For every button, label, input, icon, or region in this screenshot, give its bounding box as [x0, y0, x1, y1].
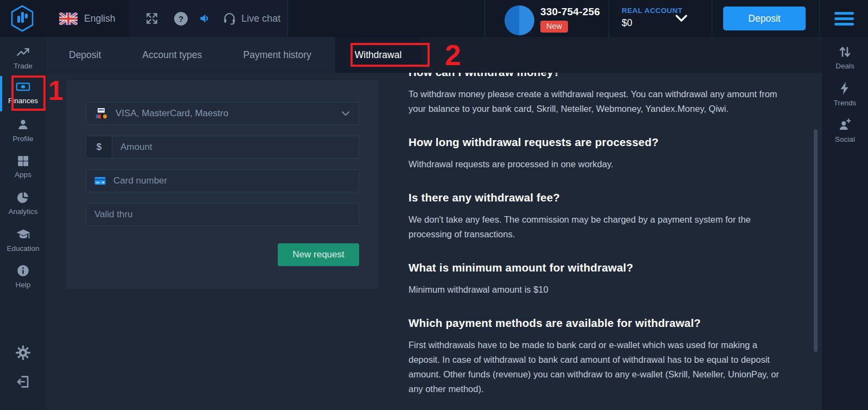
sidebar-item-social[interactable]: Social [822, 117, 868, 143]
sidebar-item-label: Help [0, 281, 46, 289]
new-request-button[interactable]: New request [278, 243, 359, 266]
language-label: English [84, 13, 115, 24]
sidebar-item-help[interactable]: Help [0, 263, 46, 289]
tab-account-types[interactable]: Account types [142, 37, 202, 73]
language-selector[interactable]: English [59, 0, 115, 37]
faq-section: How long withdrawal requests are process… [409, 136, 780, 172]
lightning-icon [822, 80, 868, 96]
withdrawal-faq: How can I withdraw money? To withdraw mo… [409, 73, 780, 396]
deposit-button[interactable]: Deposit [723, 7, 806, 30]
tab-withdrawal[interactable]: Withdrawal [335, 37, 422, 73]
sound-icon[interactable] [199, 0, 212, 37]
grid-icon [0, 154, 46, 168]
finances-tabbar: Deposit Account types Payment history Wi… [46, 37, 822, 73]
account-id: 330-754-256 [540, 6, 600, 18]
account-type-selector[interactable]: REAL ACCOUNT $0 [622, 7, 682, 29]
sidebar-item-finances[interactable]: Finances [0, 79, 46, 105]
headset-icon [222, 11, 237, 26]
fullscreen-icon[interactable] [145, 0, 158, 37]
graduation-cap-icon [0, 227, 46, 242]
faq-answer: First withdrawals have to be made to ban… [409, 338, 780, 396]
sidebar-item-label: Social [822, 135, 868, 143]
tab-payment-history[interactable]: Payment history [243, 37, 311, 73]
chevron-down-icon [341, 111, 350, 116]
banknote-icon [0, 79, 46, 94]
gear-icon [0, 344, 46, 361]
valid-thru-field [86, 203, 359, 226]
sidebar-item-label: Finances [0, 97, 46, 105]
divider [819, 0, 820, 37]
faq-question: Is there any withdrawal fee? [409, 191, 780, 204]
divider [609, 0, 609, 37]
logout-button[interactable] [0, 374, 46, 390]
app-logo-icon[interactable] [9, 5, 35, 32]
sidebar-item-label: Profile [0, 135, 46, 143]
sidebar-item-profile[interactable]: Profile [0, 117, 46, 143]
divider [712, 0, 712, 37]
sidebar-item-label: Trade [0, 62, 46, 70]
bank-cards-icon [94, 107, 108, 121]
uk-flag-icon [59, 12, 78, 25]
sidebar-item-label: Education [0, 244, 46, 253]
faq-answer: To withdraw money please create a withdr… [409, 87, 780, 116]
sidebar-item-apps[interactable]: Apps [0, 154, 46, 179]
faq-answer: Minimum withdrawal amount is $10 [409, 282, 780, 297]
person-icon [0, 117, 46, 132]
account-type-label: REAL ACCOUNT [622, 7, 682, 15]
faq-answer: We don't take any fees. The commission m… [409, 212, 780, 242]
live-chat-button[interactable]: Live chat [222, 0, 280, 37]
sidebar-item-label: Trends [822, 99, 868, 107]
left-sidebar: Trade Finances Profile Apps [0, 37, 46, 410]
account-balance: $0 [622, 17, 682, 29]
credit-card-icon [93, 174, 107, 187]
chevron-down-icon[interactable] [674, 14, 688, 23]
faq-question: How can I withdraw money? [409, 73, 780, 79]
faq-question: What is minimum amount for withdrawal? [409, 261, 780, 274]
trend-up-icon [0, 45, 46, 59]
divider [484, 0, 485, 37]
sidebar-item-label: Deals [822, 62, 868, 70]
faq-section: Which payment methods are available for … [409, 317, 780, 396]
faq-answer: Withdrawal requests are processed in one… [409, 157, 780, 172]
help-icon[interactable]: ? [174, 0, 188, 37]
card-number-input[interactable] [113, 175, 359, 186]
avatar[interactable] [505, 5, 534, 35]
person-plus-icon [822, 117, 868, 133]
faq-question: How long withdrawal requests are process… [409, 136, 780, 149]
sidebar-item-label: Apps [0, 171, 46, 179]
faq-question: Which payment methods are available for … [409, 317, 780, 330]
live-chat-label: Live chat [241, 13, 280, 24]
payment-method-select[interactable]: VISA, MasterCard, Maestro [86, 102, 359, 125]
valid-thru-input[interactable] [86, 209, 359, 220]
sidebar-item-deals[interactable]: Deals [822, 45, 868, 70]
tabbar-spacer [421, 37, 822, 73]
right-sidebar: Deals Trends Social [822, 37, 868, 410]
payment-method-value: VISA, MasterCard, Maestro [116, 108, 341, 119]
new-badge: New [540, 21, 568, 33]
withdrawal-content: VISA, MasterCard, Maestro $ [46, 73, 822, 410]
logout-icon [0, 374, 46, 390]
sidebar-item-trends[interactable]: Trends [822, 80, 868, 107]
divider [288, 0, 288, 37]
pie-chart-icon [0, 190, 46, 205]
arrows-up-down-icon [822, 45, 868, 59]
menu-icon[interactable] [834, 12, 854, 28]
header: English ? Live chat 330-754-256 [0, 0, 868, 37]
sidebar-item-trade[interactable]: Trade [0, 45, 46, 70]
faq-section: How can I withdraw money? To withdraw mo… [409, 73, 780, 116]
tab-deposit[interactable]: Deposit [69, 37, 101, 73]
card-number-field [86, 169, 359, 192]
info-icon [0, 263, 46, 278]
amount-input[interactable] [112, 142, 359, 153]
sidebar-item-education[interactable]: Education [0, 227, 46, 253]
faq-section: Is there any withdrawal fee? We don't ta… [409, 191, 780, 242]
faq-section: What is minimum amount for withdrawal? M… [409, 261, 780, 297]
dollar-prefix: $ [86, 136, 112, 158]
scrollbar-thumb[interactable] [814, 129, 818, 352]
settings-button[interactable] [0, 344, 46, 361]
sidebar-item-label: Analytics [0, 207, 46, 216]
withdrawal-form-panel: VISA, MasterCard, Maestro $ [66, 80, 379, 289]
amount-field: $ [86, 136, 359, 159]
sidebar-item-analytics[interactable]: Analytics [0, 190, 46, 216]
